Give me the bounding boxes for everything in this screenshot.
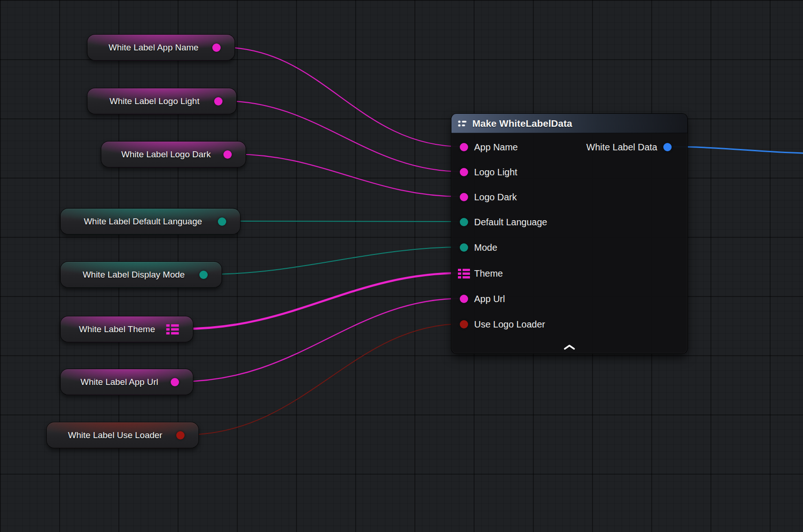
variable-node-label: White Label App Url [73, 377, 166, 387]
variable-node-app-url[interactable]: White Label App Url [60, 369, 193, 395]
output-pin-row: White Label Data [587, 141, 672, 153]
boolean-pin[interactable] [176, 431, 185, 439]
input-pin-row: Logo Light [460, 166, 517, 178]
text-pin[interactable] [460, 143, 468, 151]
chevron-up-icon [563, 344, 575, 350]
pin-label: Logo Dark [474, 192, 517, 203]
variable-node-label: White Label Theme [73, 324, 161, 334]
text-pin[interactable] [171, 378, 179, 386]
pin-label: Theme [474, 268, 503, 279]
wire-output-struct[interactable] [672, 147, 803, 153]
enum-pin[interactable] [218, 217, 226, 226]
text-pin[interactable] [223, 150, 232, 159]
make-struct-icon [457, 119, 468, 128]
input-pin-row: App Name [460, 141, 518, 153]
boolean-pin[interactable] [460, 320, 468, 328]
pin-label: App Url [474, 294, 505, 304]
node-header[interactable]: Make WhiteLabelData [451, 114, 687, 133]
pin-label: White Label Data [587, 142, 657, 153]
node-title: Make WhiteLabelData [472, 118, 572, 129]
wire-default-language[interactable] [227, 221, 463, 222]
pin-label: Use Logo Loader [474, 319, 545, 330]
pin-label: App Name [474, 142, 518, 153]
input-pin-row: Mode [460, 241, 497, 254]
text-pin[interactable] [212, 43, 221, 52]
input-pin-row: App Url [460, 293, 505, 305]
make-whitelabeldata-node[interactable]: Make WhiteLabelData App Name Logo Light … [451, 113, 688, 354]
variable-node-label: White Label Logo Light [99, 96, 210, 106]
variable-node-logo-light[interactable]: White Label Logo Light [87, 88, 237, 114]
blueprint-graph-canvas[interactable]: White Label App Name White Label Logo Li… [0, 0, 803, 532]
input-pin-row: Default Language [460, 216, 547, 228]
struct-output-pin[interactable] [663, 143, 672, 151]
variable-node-label: White Label Logo Dark [113, 149, 219, 160]
wire-logo-dark[interactable] [232, 154, 463, 197]
variable-node-display-mode[interactable]: White Label Display Mode [60, 261, 222, 288]
variable-node-label: White Label Display Mode [73, 270, 195, 280]
variable-node-label: White Label App Name [99, 43, 208, 53]
wire-theme[interactable] [182, 273, 463, 329]
enum-pin[interactable] [199, 271, 208, 279]
pin-label: Mode [474, 242, 497, 253]
variable-node-label: White Label Default Language [73, 217, 213, 227]
wire-logo-light[interactable] [223, 101, 463, 172]
collapse-chevron[interactable] [562, 343, 577, 351]
text-pin[interactable] [460, 193, 468, 201]
variable-node-app-name[interactable]: White Label App Name [87, 34, 235, 61]
variable-node-theme[interactable]: White Label Theme [60, 316, 193, 342]
text-pin[interactable] [214, 97, 222, 105]
enum-pin[interactable] [460, 243, 468, 252]
struct-pin-icon[interactable] [458, 269, 470, 278]
text-pin[interactable] [460, 295, 468, 303]
input-pin-row: Use Logo Loader [460, 318, 545, 330]
struct-pin-icon[interactable] [166, 324, 179, 334]
wire-display-mode[interactable] [208, 247, 463, 274]
wire-app-url[interactable] [179, 298, 463, 382]
wire-app-name[interactable] [221, 47, 463, 147]
variable-node-use-loader[interactable]: White Label Use Loader [46, 422, 199, 448]
input-pin-row: Theme [460, 267, 503, 279]
input-pin-row: Logo Dark [460, 191, 517, 203]
enum-pin[interactable] [460, 218, 468, 226]
variable-node-logo-dark[interactable]: White Label Logo Dark [101, 141, 246, 167]
variable-node-default-language[interactable]: White Label Default Language [60, 208, 241, 235]
variable-node-label: White Label Use Loader [59, 430, 172, 440]
pin-label: Default Language [474, 217, 547, 228]
text-pin[interactable] [460, 168, 468, 176]
pin-label: Logo Light [474, 167, 517, 178]
